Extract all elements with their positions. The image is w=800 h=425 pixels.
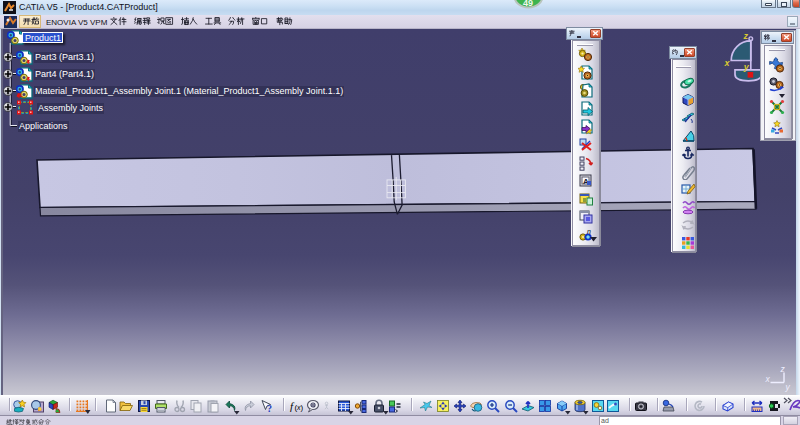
svg-text:y: y xyxy=(743,62,750,72)
svg-text:y: y xyxy=(785,382,791,392)
svg-text:n: n xyxy=(587,228,591,235)
svg-text:): ) xyxy=(301,403,304,412)
svg-text:?: ? xyxy=(267,403,272,413)
svg-text:z: z xyxy=(780,364,786,374)
svg-text:z: z xyxy=(743,31,749,41)
svg-text:x: x xyxy=(765,374,771,384)
svg-text:x: x xyxy=(724,58,731,68)
